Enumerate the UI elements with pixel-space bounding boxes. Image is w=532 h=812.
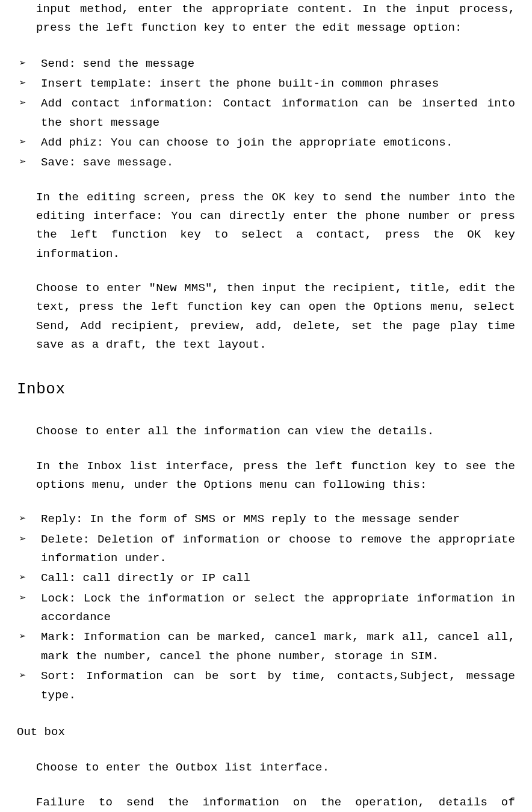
list-item: Mark: Information can be marked, cancel … <box>17 628 515 666</box>
list-item: Send: send the message <box>17 55 515 73</box>
list-item: Sort: Information can be sort by time, c… <box>17 667 515 705</box>
list-item: Reply: In the form of SMS or MMS reply t… <box>17 510 515 529</box>
new-mms-paragraph: Choose to enter "New MMS", then input th… <box>36 279 515 354</box>
list-item: Call: call directly or IP call <box>17 569 515 588</box>
list-item: Save: save message. <box>17 153 515 172</box>
list-item: Add phiz: You can choose to join the app… <box>17 134 515 152</box>
intro-paragraph: input method, enter the appropriate cont… <box>36 0 515 38</box>
list-item: Delete: Deletion of information or choos… <box>17 531 515 568</box>
outbox-paragraph-1: Choose to enter the Outbox list interfac… <box>36 758 515 777</box>
outbox-heading: Out box <box>17 723 515 742</box>
outbox-paragraph-2: Failure to send the information on the o… <box>36 793 515 812</box>
list-item: Lock: Lock the information or select the… <box>17 589 515 627</box>
edit-options-list: Send: send the message Insert template: … <box>17 55 515 173</box>
inbox-paragraph-1: Choose to enter all the information can … <box>36 422 515 441</box>
list-item: Insert template: insert the phone built-… <box>17 75 515 93</box>
inbox-heading: Inbox <box>17 377 515 402</box>
list-item: Add contact information: Contact informa… <box>17 94 515 132</box>
inbox-paragraph-2: In the Inbox list interface, press the l… <box>36 457 515 495</box>
editing-screen-paragraph: In the editing screen, press the OK key … <box>36 188 515 263</box>
inbox-options-list: Reply: In the form of SMS or MMS reply t… <box>17 510 515 704</box>
